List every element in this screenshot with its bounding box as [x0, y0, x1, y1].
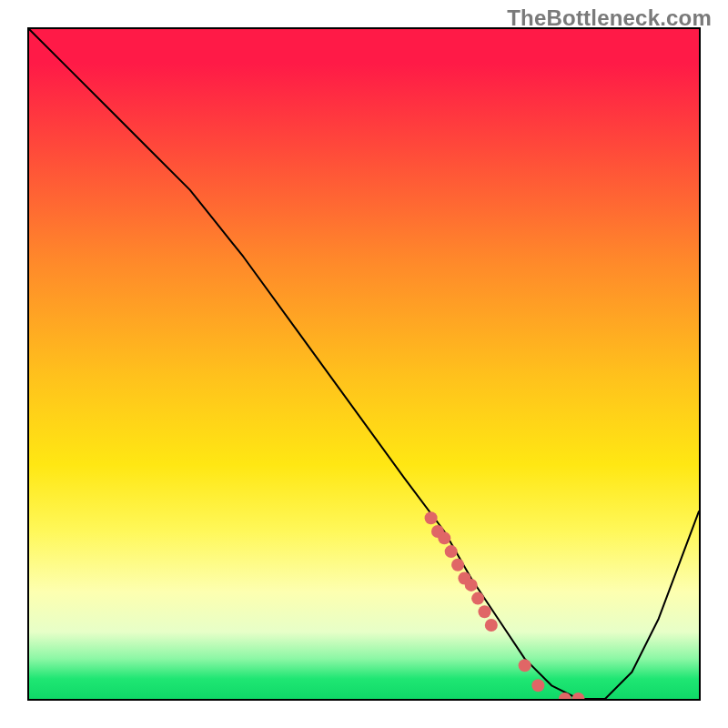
highlight-dots-group	[425, 511, 585, 699]
highlight-dot	[471, 592, 484, 605]
highlight-dot	[465, 579, 478, 592]
plot-overlay	[29, 29, 699, 699]
highlight-dot	[531, 679, 544, 692]
highlight-dot	[572, 693, 585, 699]
highlight-dot	[451, 559, 464, 571]
highlight-dot	[425, 511, 438, 524]
highlight-dot	[519, 659, 531, 672]
highlight-dot	[438, 531, 450, 544]
plot-frame	[27, 27, 701, 701]
highlight-dot	[445, 545, 458, 558]
highlight-dot	[485, 619, 498, 632]
curve-line	[29, 29, 699, 699]
chart-container: TheBottleneck.com	[0, 0, 728, 728]
watermark-text: TheBottleneck.com	[507, 5, 712, 31]
highlight-dot	[478, 605, 490, 618]
